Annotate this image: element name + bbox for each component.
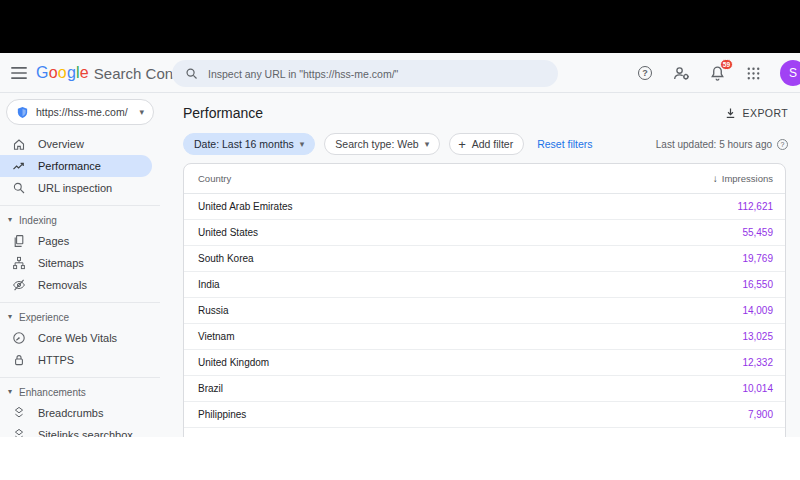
sidebar-divider bbox=[0, 302, 160, 303]
sidebar-section-indexing[interactable]: ▾ Indexing bbox=[0, 210, 160, 230]
search-placeholder: Inspect any URL in "https://hss-me.com/" bbox=[208, 68, 398, 80]
country-cell: Brazil bbox=[198, 383, 223, 394]
structured-data-icon bbox=[12, 428, 26, 437]
sidebar-item-label: Breadcrumbs bbox=[38, 407, 103, 419]
table-row[interactable]: Brazil 10,014 bbox=[184, 376, 785, 402]
screenshot-root: Google Search Console Inspect any URL in… bbox=[0, 0, 800, 480]
countries-table: Country ↓ Impressions United Arab Emirat… bbox=[183, 163, 786, 437]
sidebar-item-overview[interactable]: Overview bbox=[0, 133, 160, 155]
sidebar-divider bbox=[0, 205, 160, 206]
sidebar-item-label: Removals bbox=[38, 279, 87, 291]
sidebar-item-sitelinks-searchbox[interactable]: Sitelinks searchbox bbox=[0, 424, 160, 437]
sitemap-icon bbox=[12, 256, 26, 270]
trend-icon bbox=[12, 159, 26, 173]
sidebar-section-enhancements[interactable]: ▾ Enhancements bbox=[0, 382, 160, 402]
sidebar-item-breadcrumbs[interactable]: Breadcrumbs bbox=[0, 402, 160, 424]
last-updated: Last updated: 5 hours ago ? bbox=[656, 139, 788, 150]
account-avatar[interactable]: S bbox=[780, 60, 800, 86]
export-button[interactable]: EXPORT bbox=[724, 107, 788, 120]
table-row[interactable]: United Kingdom 12,332 bbox=[184, 350, 785, 376]
search-icon bbox=[185, 67, 198, 80]
impressions-cell: 19,769 bbox=[742, 253, 773, 264]
reset-filters-link[interactable]: Reset filters bbox=[537, 138, 592, 150]
page-title: Performance bbox=[183, 105, 263, 121]
sidebar-divider bbox=[0, 377, 160, 378]
section-chevron-icon: ▾ bbox=[8, 313, 12, 321]
chevron-down-icon: ▾ bbox=[139, 108, 144, 117]
pages-icon bbox=[12, 234, 26, 248]
sidebar-item-label: Sitelinks searchbox bbox=[38, 429, 133, 437]
section-chevron-icon: ▾ bbox=[8, 388, 12, 396]
table-row[interactable]: South Korea 19,769 bbox=[184, 246, 785, 272]
apps-grid-button[interactable] bbox=[744, 64, 762, 82]
magnifier-icon bbox=[12, 181, 26, 195]
impressions-cell: 55,459 bbox=[742, 227, 773, 238]
table-row[interactable]: United States 55,459 bbox=[184, 220, 785, 246]
google-logo: Google bbox=[36, 64, 89, 82]
filter-bar: Date: Last 16 months ▾ Search type: Web … bbox=[160, 132, 800, 156]
table-row[interactable]: India 16,550 bbox=[184, 272, 785, 298]
sidebar-item-label: Sitemaps bbox=[38, 257, 84, 269]
sidebar-item-performance[interactable]: Performance bbox=[0, 155, 152, 177]
impressions-cell: 112,621 bbox=[738, 201, 773, 212]
table-header-row: Country ↓ Impressions bbox=[184, 164, 785, 194]
lock-icon bbox=[12, 353, 26, 367]
sidebar-item-label: Overview bbox=[38, 138, 84, 150]
export-label: EXPORT bbox=[743, 107, 788, 119]
download-icon bbox=[724, 107, 737, 120]
notifications-button[interactable]: 59 bbox=[708, 64, 726, 82]
search-type-filter-chip[interactable]: Search type: Web ▾ bbox=[324, 133, 440, 155]
table-row[interactable]: Russia 14,009 bbox=[184, 298, 785, 324]
sidebar-item-label: URL inspection bbox=[38, 182, 112, 194]
table-row-partial bbox=[184, 428, 785, 437]
home-icon bbox=[12, 137, 26, 151]
help-button[interactable]: ? bbox=[636, 64, 654, 82]
main-content: Performance EXPORT Date: Last 16 months … bbox=[160, 93, 800, 437]
sidebar-section-experience[interactable]: ▾ Experience bbox=[0, 307, 160, 327]
impressions-cell: 10,014 bbox=[742, 383, 773, 394]
table-row[interactable]: United Arab Emirates 112,621 bbox=[184, 194, 785, 220]
impressions-cell: 13,025 bbox=[742, 331, 773, 342]
property-url: https://hss-me.com/ bbox=[36, 106, 128, 118]
apps-grid-icon bbox=[746, 66, 761, 81]
property-selector[interactable]: https://hss-me.com/ ▾ bbox=[6, 99, 154, 125]
date-filter-chip[interactable]: Date: Last 16 months ▾ bbox=[183, 133, 315, 155]
section-label: Experience bbox=[19, 312, 69, 323]
impressions-cell: 16,550 bbox=[742, 279, 773, 290]
top-letterbox-bar bbox=[0, 0, 800, 53]
table-row[interactable]: Vietnam 13,025 bbox=[184, 324, 785, 350]
sidebar-item-url-inspection[interactable]: URL inspection bbox=[0, 177, 160, 199]
country-cell: United Arab Emirates bbox=[198, 201, 293, 212]
impressions-cell: 14,009 bbox=[742, 305, 773, 316]
impressions-cell: 12,332 bbox=[742, 357, 773, 368]
section-label: Enhancements bbox=[19, 387, 86, 398]
title-row: Performance EXPORT bbox=[160, 93, 800, 124]
impressions-cell: 7,900 bbox=[748, 409, 773, 420]
country-cell: United Kingdom bbox=[198, 357, 269, 368]
sidebar-item-core-web-vitals[interactable]: Core Web Vitals bbox=[0, 327, 160, 349]
help-icon: ? bbox=[638, 66, 652, 80]
country-cell: India bbox=[198, 279, 220, 290]
column-header-impressions[interactable]: ↓ Impressions bbox=[713, 173, 773, 184]
section-chevron-icon: ▾ bbox=[8, 216, 12, 224]
add-filter-chip[interactable]: + Add filter bbox=[449, 133, 524, 155]
gauge-icon bbox=[12, 331, 26, 345]
top-app-bar: Google Search Console Inspect any URL in… bbox=[0, 53, 800, 93]
table-row[interactable]: Philippines 7,900 bbox=[184, 402, 785, 428]
sidebar-nav: Overview Performance URL inspection ▾ In… bbox=[0, 133, 160, 437]
info-icon[interactable]: ? bbox=[777, 139, 788, 150]
country-cell: Philippines bbox=[198, 409, 246, 420]
sidebar-item-sitemaps[interactable]: Sitemaps bbox=[0, 252, 160, 274]
last-updated-text: Last updated: 5 hours ago bbox=[656, 139, 772, 150]
search-type-label: Search type: Web bbox=[335, 138, 418, 150]
sidebar-item-pages[interactable]: Pages bbox=[0, 230, 160, 252]
user-settings-button[interactable] bbox=[672, 64, 690, 82]
country-cell: Russia bbox=[198, 305, 229, 316]
column-header-country[interactable]: Country bbox=[198, 173, 231, 184]
sidebar-item-removals[interactable]: Removals bbox=[0, 274, 160, 296]
chevron-down-icon: ▾ bbox=[300, 140, 305, 149]
sidebar-item-https[interactable]: HTTPS bbox=[0, 349, 160, 371]
menu-icon[interactable] bbox=[10, 65, 28, 81]
user-gear-icon bbox=[673, 65, 690, 82]
url-inspection-search-input[interactable]: Inspect any URL in "https://hss-me.com/" bbox=[172, 60, 558, 87]
